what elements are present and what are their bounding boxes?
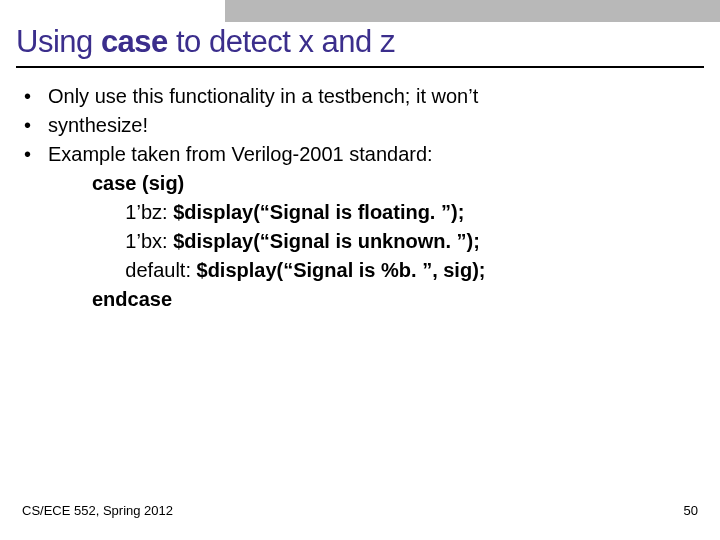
slide-number: 50 <box>684 503 698 518</box>
title-underline <box>16 66 704 68</box>
bullet-item: • synthesize! <box>22 111 702 140</box>
title-post: to detect x and z <box>168 24 395 59</box>
bullet-text: synthesize! <box>48 111 702 140</box>
bullet-item: • Example taken from Verilog-2001 standa… <box>22 140 702 169</box>
code-line: case (sig) <box>92 169 702 198</box>
bullet-item: • Only use this functionality in a testb… <box>22 82 702 111</box>
decorative-top-bar <box>225 0 720 22</box>
title-bold: case <box>101 24 168 59</box>
slide-title: Using case to detect x and z <box>16 24 395 60</box>
code-line: endcase <box>92 285 702 314</box>
code-line: 1’bz: $display(“Signal is floating. ”); <box>92 198 702 227</box>
footer-course: CS/ECE 552, Spring 2012 <box>22 503 173 518</box>
code-line: default: $display(“Signal is %b. ”, sig)… <box>92 256 702 285</box>
bullet-glyph: • <box>22 82 48 111</box>
code-block: case (sig) 1’bz: $display(“Signal is flo… <box>92 169 702 314</box>
bullet-text: Only use this functionality in a testben… <box>48 82 702 111</box>
slide-body: • Only use this functionality in a testb… <box>22 82 702 314</box>
title-pre: Using <box>16 24 101 59</box>
bullet-glyph: • <box>22 140 48 169</box>
bullet-text: Example taken from Verilog-2001 standard… <box>48 140 702 169</box>
code-line: 1’bx: $display(“Signal is unknown. ”); <box>92 227 702 256</box>
bullet-glyph: • <box>22 111 48 140</box>
